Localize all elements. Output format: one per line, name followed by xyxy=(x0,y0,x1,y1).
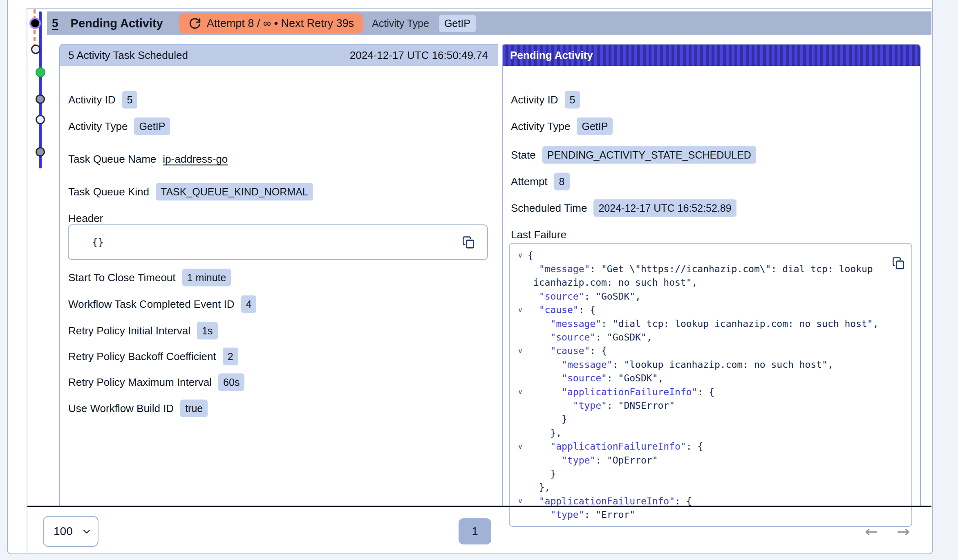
collapse-chevron-icon[interactable]: ∨ xyxy=(513,388,528,396)
code-text: }, xyxy=(528,482,550,493)
field-value: GetIP xyxy=(134,118,170,135)
field-label: Activity ID xyxy=(68,94,116,106)
field-row: Attempt 8 xyxy=(511,173,570,190)
field-label: Activity Type xyxy=(68,120,128,133)
field-label: Task Queue Name xyxy=(68,153,156,166)
code-line: "source": "GoSDK", xyxy=(513,372,907,385)
code-text: "type": "Error" xyxy=(528,509,635,520)
last-failure-code-block[interactable]: ∨{ "message": "Get \"https://icanhazip.c… xyxy=(509,243,912,527)
header-section-label: Header xyxy=(68,212,103,225)
field-label: Use Workflow Build ID xyxy=(68,402,174,415)
field-value: 4 xyxy=(241,296,257,313)
field-row: Activity Type GetIP xyxy=(68,118,170,135)
pending-activity-panel: Pending Activity Last Failure ∨{ "messag… xyxy=(502,44,921,506)
field-row: Start To Close Timeout 1 minute xyxy=(68,269,231,287)
field-label: Workflow Task Completed Event ID xyxy=(68,298,235,311)
code-text: } xyxy=(528,468,556,479)
event-detail-panel-header: 5 Activity Task Scheduled 2024-12-17 UTC… xyxy=(60,45,498,66)
code-text: } xyxy=(528,414,567,424)
code-line: ∨ "applicationFailureInfo": { xyxy=(513,385,907,399)
code-text: "applicationFailureInfo": { xyxy=(528,387,714,397)
collapse-chevron-icon[interactable]: ∨ xyxy=(513,251,528,260)
collapse-chevron-icon[interactable]: ∨ xyxy=(513,347,528,355)
timeline-dot-gray-2[interactable] xyxy=(36,147,45,157)
activity-type-badge: GetIP xyxy=(439,15,476,32)
code-text: "type": "DNSError" xyxy=(528,400,675,411)
field-label: Task Queue Kind xyxy=(68,186,149,198)
field-value: GetIP xyxy=(577,118,613,135)
code-text: "applicationFailureInfo": { xyxy=(528,496,692,506)
code-line: "type": "OpError" xyxy=(513,453,907,467)
field-label: Retry Policy Backoff Coefficient xyxy=(68,350,216,363)
timeline-line xyxy=(39,11,42,168)
event-detail-timestamp: 2024-12-17 UTC 16:50:49.74 xyxy=(350,49,488,62)
code-line: "type": "DNSError" xyxy=(513,399,907,412)
event-list-top-border xyxy=(27,8,931,9)
field-value[interactable]: ip-address-go xyxy=(163,153,228,166)
event-row-header[interactable]: 5 Pending Activity Attempt 8 / ∞ • Next … xyxy=(47,11,931,35)
previous-page-arrow[interactable]: ← xyxy=(865,522,878,540)
event-detail-title: 5 Activity Task Scheduled xyxy=(68,49,188,62)
field-value: 2 xyxy=(223,348,238,365)
collapse-chevron-icon[interactable]: ∨ xyxy=(513,306,528,314)
field-row: Activity ID 5 xyxy=(68,91,137,109)
code-text: }, xyxy=(528,428,562,438)
timeline-dot-open-1[interactable] xyxy=(31,45,40,54)
timeline-dot-completed[interactable] xyxy=(36,67,45,77)
code-line: "type": "Error" xyxy=(513,508,907,521)
page-number-button[interactable]: 1 xyxy=(459,518,491,544)
field-row: Task Queue Name ip-address-go xyxy=(68,153,228,166)
code-text: "message": "lookup icanhazip.com: no suc… xyxy=(528,359,833,370)
field-label: State xyxy=(511,149,536,161)
timeline-dot-gray-1[interactable] xyxy=(36,94,45,104)
code-line: }, xyxy=(513,481,907,494)
field-row: State PENDING_ACTIVITY_STATE_SCHEDULED xyxy=(511,146,756,164)
last-failure-label: Last Failure xyxy=(511,228,566,241)
timeline-dot-current-event[interactable] xyxy=(29,18,41,29)
code-text: "cause": { xyxy=(528,345,607,356)
code-text: "source": "GoSDK", xyxy=(528,332,652,343)
collapse-chevron-icon[interactable]: ∨ xyxy=(513,497,528,505)
code-line: } xyxy=(513,467,907,480)
field-label: Retry Policy Maximum Interval xyxy=(68,376,212,389)
code-line: } xyxy=(513,412,907,426)
field-value: true xyxy=(180,400,208,417)
copy-icon[interactable] xyxy=(462,235,475,250)
event-detail-body: Header {} Activity ID 5 Activity Type Ge… xyxy=(60,66,498,506)
field-value: TASK_QUEUE_KIND_NORMAL xyxy=(156,183,313,201)
timeline-dot-open-2[interactable] xyxy=(36,115,45,124)
collapse-chevron-icon[interactable]: ∨ xyxy=(513,442,528,451)
page-size-select[interactable]: 100 xyxy=(43,516,98,547)
code-text: "cause": { xyxy=(528,305,595,315)
copy-icon[interactable] xyxy=(892,256,905,271)
field-value: 2024-12-17 UTC 16:52:52.89 xyxy=(593,199,736,217)
pending-activity-title: Pending Activity xyxy=(510,49,593,62)
code-line: "source": "GoSDK", xyxy=(513,330,907,344)
code-line: icanhazip.com: no such host", xyxy=(513,276,907,289)
field-row: Workflow Task Completed Event ID 4 xyxy=(68,296,256,313)
event-title: Pending Activity xyxy=(71,17,163,30)
code-text: icanhazip.com: no such host", xyxy=(528,277,697,288)
next-page-arrow[interactable]: → xyxy=(897,522,910,540)
field-value: 5 xyxy=(122,91,138,109)
field-label: Start To Close Timeout xyxy=(68,271,176,284)
code-line: ∨ "cause": { xyxy=(513,303,907,317)
code-text: "applicationFailureInfo": { xyxy=(528,441,703,452)
field-row: Retry Policy Initial Interval 1s xyxy=(68,322,218,340)
event-id-link[interactable]: 5 xyxy=(52,17,58,30)
field-row: Retry Policy Backoff Coefficient 2 xyxy=(68,348,238,365)
code-line: "message": "dial tcp: lookup icanhazip.c… xyxy=(513,317,907,330)
code-text: "source": "GoSDK", xyxy=(528,291,641,302)
retry-icon xyxy=(188,17,201,30)
field-row: Activity Type GetIP xyxy=(511,118,613,135)
code-line: ∨{ xyxy=(513,249,907,262)
header-payload-box: {} xyxy=(68,224,488,260)
field-row: Retry Policy Maximum Interval 60s xyxy=(68,374,244,391)
list-bottom-separator xyxy=(27,506,931,507)
chevron-down-icon xyxy=(82,529,91,534)
header-payload-value: {} xyxy=(92,237,104,248)
code-line: ∨ "applicationFailureInfo": { xyxy=(513,439,907,453)
code-line: ∨ "cause": { xyxy=(513,344,907,358)
code-text: "source": "GoSDK", xyxy=(528,373,663,383)
pending-activity-body: Last Failure ∨{ "message": "Get \"https:… xyxy=(503,66,920,506)
